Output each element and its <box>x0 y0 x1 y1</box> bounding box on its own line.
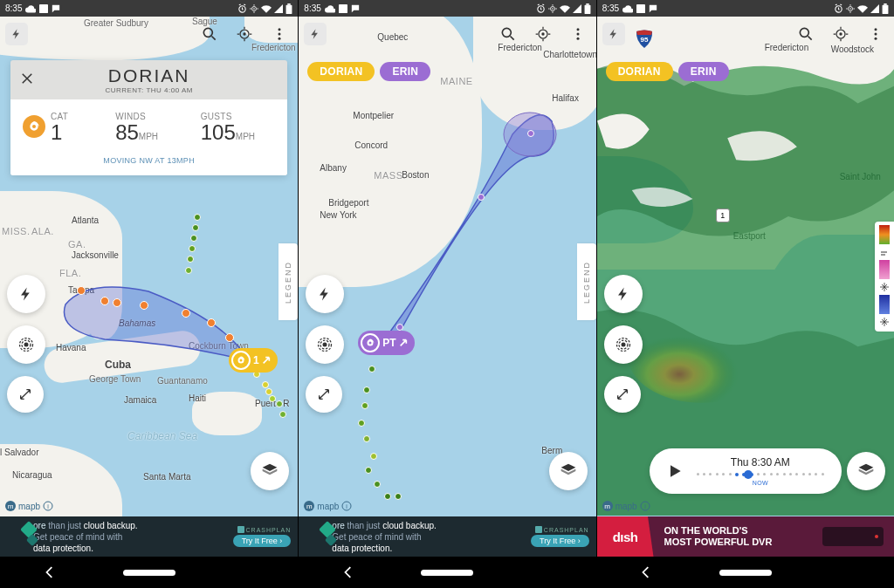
chip-erin[interactable]: ERIN <box>380 62 430 81</box>
phone-screen-1: 8:35 Greater Sudbury Sague Fredericton M… <box>0 0 298 588</box>
map-viewport[interactable]: Quebec Fredericton Charlottetown MAINE H… <box>299 17 595 516</box>
track-point <box>279 411 286 418</box>
search-button[interactable] <box>198 23 221 45</box>
map-label: Jacksonville <box>72 250 119 260</box>
back-button[interactable] <box>24 566 76 578</box>
search-button[interactable] <box>794 23 817 45</box>
image-icon <box>39 4 48 13</box>
track-point <box>113 298 121 307</box>
map-viewport[interactable]: Fredericton Woodstock Saint John Eastpor… <box>597 17 894 516</box>
ad-banner[interactable]: dısh ON THE WORLD'SMOST POWERFUL DVR <box>597 516 894 557</box>
winds-value: 85 <box>115 120 139 144</box>
svg-text:95: 95 <box>640 36 648 44</box>
chip-dorian[interactable]: DORIAN <box>307 62 375 81</box>
map-label: New York <box>320 210 356 220</box>
locate-button[interactable] <box>233 23 256 45</box>
cat-value: 1 <box>51 121 68 144</box>
more-button[interactable] <box>864 23 887 45</box>
fullscreen-button[interactable] <box>604 376 641 413</box>
legend-toggle[interactable]: LEGEND <box>279 243 298 320</box>
lightning-layer-button[interactable] <box>604 275 643 313</box>
app-logo[interactable] <box>5 23 28 45</box>
lightning-layer-button[interactable] <box>306 275 344 313</box>
back-button[interactable] <box>620 566 672 578</box>
locate-button[interactable] <box>829 23 852 45</box>
legend-ice <box>879 295 890 314</box>
legend-toggle[interactable]: LEGEND <box>577 243 596 320</box>
wifi-icon <box>261 4 272 13</box>
chip-erin[interactable]: ERIN <box>678 62 729 81</box>
svg-rect-0 <box>39 4 48 13</box>
layers-button[interactable] <box>847 452 885 490</box>
fullscreen-button[interactable] <box>7 376 44 413</box>
status-time: 8:35 <box>5 3 22 13</box>
home-button[interactable] <box>421 570 473 576</box>
more-button[interactable] <box>268 23 291 45</box>
track-point <box>363 435 370 442</box>
track-point <box>225 333 234 342</box>
svg-point-6 <box>204 28 213 37</box>
ad-banner[interactable]: ore than just cloud backup. Get peace of… <box>0 516 298 557</box>
track-point <box>140 301 148 310</box>
radar-layer-button[interactable] <box>604 325 643 364</box>
battery-icon <box>584 3 591 14</box>
legend-mix <box>879 260 890 279</box>
svg-point-9 <box>279 28 281 31</box>
wifi-icon <box>560 4 570 13</box>
app-logo[interactable] <box>304 23 327 45</box>
gusts-value: 105 <box>201 120 236 144</box>
track-point <box>194 214 201 221</box>
storm-marker-erin[interactable]: PT <box>358 331 414 355</box>
storm-marker-dorian[interactable]: 1 <box>229 348 278 373</box>
radar-legend[interactable] <box>875 222 894 332</box>
svg-point-30 <box>323 343 327 347</box>
svg-point-27 <box>576 28 579 31</box>
svg-rect-22 <box>586 3 588 5</box>
track-point <box>207 318 216 327</box>
wifi-icon <box>857 4 868 13</box>
signal-icon <box>870 4 879 13</box>
lightning-layer-button[interactable] <box>7 275 45 313</box>
svg-point-3 <box>253 8 255 10</box>
radar-timeline[interactable]: Thu 8:30 AM NOW <box>650 448 842 494</box>
map-label: l Salvador <box>0 448 38 457</box>
back-button[interactable] <box>322 566 375 578</box>
close-button[interactable] <box>19 71 35 90</box>
legend-flake-icon <box>878 316 891 328</box>
svg-point-12 <box>24 343 29 347</box>
svg-rect-39 <box>883 4 889 13</box>
track-point <box>365 467 372 474</box>
home-button[interactable] <box>719 570 772 576</box>
search-button[interactable] <box>497 23 519 45</box>
ad-banner[interactable]: ore than just cloud backup. Get peace of… <box>299 516 595 557</box>
timeline-track[interactable] <box>697 470 824 479</box>
track-point <box>185 267 192 274</box>
timeline-label: Thu 8:30 AM <box>697 456 824 468</box>
track-point <box>368 366 375 373</box>
layers-button[interactable] <box>549 452 588 490</box>
timeline-thumb[interactable] <box>744 470 753 479</box>
battery-icon <box>285 3 292 14</box>
more-button[interactable] <box>567 23 589 45</box>
radar-layer-button[interactable] <box>306 325 344 364</box>
map-viewport[interactable]: Greater Sudbury Sague Fredericton MISS. … <box>0 17 298 516</box>
chat-icon <box>52 4 60 13</box>
svg-rect-4 <box>286 4 292 13</box>
svg-text:i: i <box>644 503 646 509</box>
track-point <box>269 395 276 402</box>
home-button[interactable] <box>123 570 175 576</box>
locate-button[interactable] <box>532 23 554 45</box>
battery-icon <box>882 3 889 14</box>
status-bar: 8:35 <box>597 0 894 17</box>
ad-cta[interactable]: Try It Free › <box>233 535 292 547</box>
map-label: Caribbean Sea <box>127 430 197 442</box>
chip-dorian[interactable]: DORIAN <box>606 62 673 81</box>
ad-cta[interactable]: Try It Free › <box>531 535 589 547</box>
fullscreen-button[interactable] <box>306 376 342 413</box>
play-button[interactable] <box>660 462 690 480</box>
layers-button[interactable] <box>251 452 289 490</box>
radar-layer-button[interactable] <box>7 325 45 364</box>
track-point <box>189 245 196 252</box>
app-logo[interactable] <box>602 23 625 45</box>
bolt-icon <box>309 28 321 40</box>
